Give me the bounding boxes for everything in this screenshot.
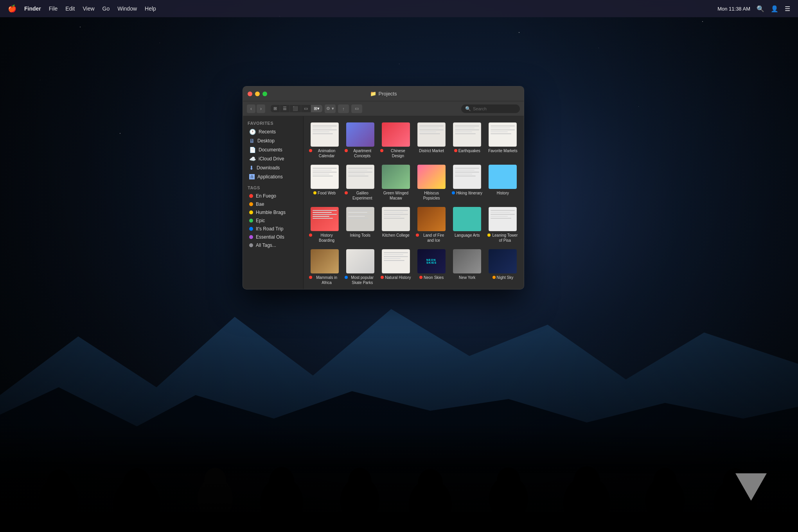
file-label: History [497,191,509,196]
file-name-text: Night Sky [497,275,514,280]
downloads-label: Downloads [257,165,280,171]
file-item-night-sky[interactable]: Night Sky [486,247,520,288]
sidebar-tag-road-trip[interactable]: It's Road Trip [244,225,302,233]
file-label: Chinese Design [380,148,411,158]
file-item-favorite-markets[interactable]: Favorite Markets [486,120,520,161]
search-placeholder: Search [473,106,487,111]
sidebar-tag-humble-brags[interactable]: Humble Brags [244,208,302,216]
finder-main: Favorites 🕐 Recents 🖥 Desktop 📄 Document… [243,116,524,289]
sidebar-item-recents[interactable]: 🕐 Recents [244,128,302,136]
menubar-edit[interactable]: Edit [65,5,75,12]
back-button[interactable]: ‹ [247,104,255,113]
search-menubar-icon[interactable]: 🔍 [757,5,764,13]
new-folder-btn[interactable]: ▭ [351,104,362,113]
svg-rect-23 [0,422,798,532]
file-item-inking-tools[interactable]: Inking Tools [343,205,377,245]
sidebar-item-applications[interactable]: 🅰 Applications [244,173,302,181]
file-item-chinese-design[interactable]: Chinese Design [379,120,413,161]
menubar-view[interactable]: View [83,5,94,12]
file-label: Green Winged Macaw [380,191,411,201]
file-name-text: Neon Skies [424,275,444,280]
sidebar-tag-essential-oils[interactable]: Essential Oils [244,233,302,241]
file-thumbnail [382,122,410,147]
file-thumbnail [453,249,481,273]
file-tag-dot [309,276,312,279]
file-item-new-york[interactable]: New York [450,247,484,288]
menubar-finder[interactable]: Finder [24,5,41,12]
minimize-button[interactable] [255,92,260,96]
file-item-apartment-concepts[interactable]: Apartment Concepts [343,120,377,161]
file-item-history[interactable]: History [486,162,520,203]
sidebar-tag-en-fuego[interactable]: En Fuego [244,192,302,200]
file-item-earthquakes[interactable]: Earthquakes [450,120,484,161]
view-list-btn[interactable]: ☰ [280,105,290,112]
file-item-galileo-experiment[interactable]: Galileo Experiment [343,162,377,203]
applications-label: Applications [257,174,283,180]
sidebar-item-desktop[interactable]: 🖥 Desktop [244,137,302,145]
file-item-hiking-itinerary[interactable]: Hiking Itinerary [450,162,484,203]
forward-button[interactable]: › [257,104,265,113]
file-thumbnail [417,122,446,147]
file-name-text: Food Web [318,191,336,196]
file-name-text: Hiking Itinerary [456,191,482,196]
file-tag-dot [380,149,383,152]
file-label: Hiking Itinerary [452,191,482,196]
file-item-neon-skies[interactable]: NEONSKIESNeon Skies [414,247,448,288]
file-label: Hibiscus Popsicles [416,191,447,201]
arrange-btn[interactable]: ⚙ ▾ [325,104,336,113]
file-thumbnail [453,122,481,147]
file-item-mammals-in-africa[interactable]: Mammals in Africa [307,247,341,288]
control-center-icon[interactable]: ☰ [785,5,790,13]
file-item-most-popular-skate-parks[interactable]: Most popular Skate Parks [343,247,377,288]
view-icon-btn[interactable]: ⊞ [271,105,280,112]
file-item-natural-history[interactable]: Natural History [379,247,413,288]
file-tag-dot [309,149,312,152]
file-thumbnail: NEONSKIES [417,249,446,273]
sidebar-item-downloads[interactable]: ⬇ Downloads [244,164,302,172]
sidebar-item-documents[interactable]: 📄 Documents [244,146,302,154]
desktop-label: Desktop [257,138,275,144]
file-name-text: Animation Calendar [313,148,340,158]
close-button[interactable] [248,92,252,96]
bae-dot [249,202,253,206]
file-item-district-market[interactable]: District Market [414,120,448,161]
menubar-go[interactable]: Go [102,5,110,12]
apple-menu[interactable]: 🍎 [8,4,16,13]
view-column-btn[interactable]: ⬛ [290,105,301,112]
file-item-food-web[interactable]: Food Web [307,162,341,203]
file-label: Apartment Concepts [345,148,376,158]
fullscreen-button[interactable] [262,92,267,96]
file-item-leaning-tower-of-pisa[interactable]: Leaning Tower of Pisa [486,205,520,245]
file-tag-dot [454,149,457,152]
sidebar-tag-epic[interactable]: Epic [244,217,302,225]
share-btn[interactable]: ↑ [338,104,349,113]
view-gallery-btn[interactable]: ▭ [301,105,311,112]
file-item-kitchen-college[interactable]: Kitchen College [379,205,413,245]
desktop-icon: 🖥 [249,138,255,144]
file-item-history-boarding[interactable]: History Boarding [307,205,341,245]
sidebar-item-icloud[interactable]: ☁️ iCloud Drive [244,155,302,163]
file-item-language-arts[interactable]: Language Arts [450,205,484,245]
sidebar-tag-bae[interactable]: Bae [244,200,302,208]
file-label: Favorite Markets [488,148,517,153]
applications-icon: 🅰 [249,174,255,180]
user-icon[interactable]: 👤 [771,5,778,13]
menubar-file[interactable]: File [49,5,58,12]
file-item-animation-calendar[interactable]: Animation Calendar [307,120,341,161]
menubar-window[interactable]: Window [117,5,137,12]
search-box[interactable]: 🔍 Search [461,104,520,113]
file-thumbnail [453,165,481,189]
en-fuego-dot [249,194,253,198]
file-item-hibiscus-popsicles[interactable]: Hibiscus Popsicles [414,162,448,203]
road-trip-dot [249,227,253,231]
file-item-green-winged-macaw[interactable]: Green Winged Macaw [379,162,413,203]
traffic-lights [248,92,267,96]
file-tag-dot [419,276,422,279]
view-grid-btn[interactable]: ⊞▾ [311,105,322,112]
file-thumbnail [382,165,410,189]
file-thumbnail [311,165,339,189]
file-name-text: Mammals in Africa [313,275,340,285]
sidebar-all-tags[interactable]: All Tags... [244,241,302,249]
menubar-help[interactable]: Help [145,5,156,12]
file-item-land-of-fire-and-ice[interactable]: Land of Fire and Ice [414,205,448,245]
